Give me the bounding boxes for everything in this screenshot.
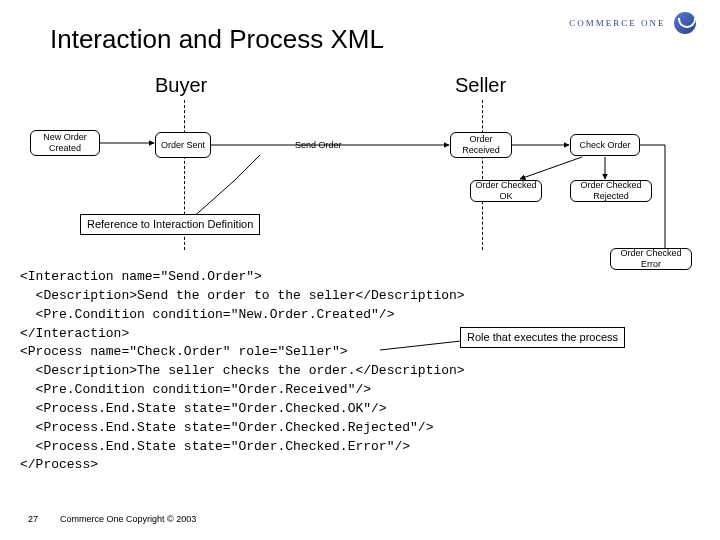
state-check-order: Check Order (570, 134, 640, 156)
xml-code-block: <Interaction name="Send.Order"> <Descrip… (20, 268, 465, 475)
copyright-text: Commerce One Copyright © 2003 (60, 514, 196, 524)
state-new-order-created: New Order Created (30, 130, 100, 156)
svg-line-4 (520, 157, 582, 179)
seller-role-label: Seller (455, 74, 506, 97)
slide-number: 27 (28, 514, 38, 524)
logo-text: COMMERCE ONE (569, 18, 665, 28)
callout-reference-definition: Reference to Interaction Definition (80, 214, 260, 235)
buyer-role-label: Buyer (155, 74, 207, 97)
logo-mark-icon (674, 12, 696, 34)
page-title: Interaction and Process XML (50, 24, 384, 55)
commerce-one-logo: COMMERCE ONE (569, 12, 696, 34)
callout-role-executes: Role that executes the process (460, 327, 625, 348)
state-order-checked-rejected: Order Checked Rejected (570, 180, 652, 202)
state-order-checked-ok: Order Checked OK (470, 180, 542, 202)
seller-lifeline (482, 100, 483, 250)
state-order-received: Order Received (450, 132, 512, 158)
state-order-checked-error: Order Checked Error (610, 248, 692, 270)
state-order-sent: Order Sent (155, 132, 211, 158)
message-send-order: Send Order (295, 140, 342, 150)
